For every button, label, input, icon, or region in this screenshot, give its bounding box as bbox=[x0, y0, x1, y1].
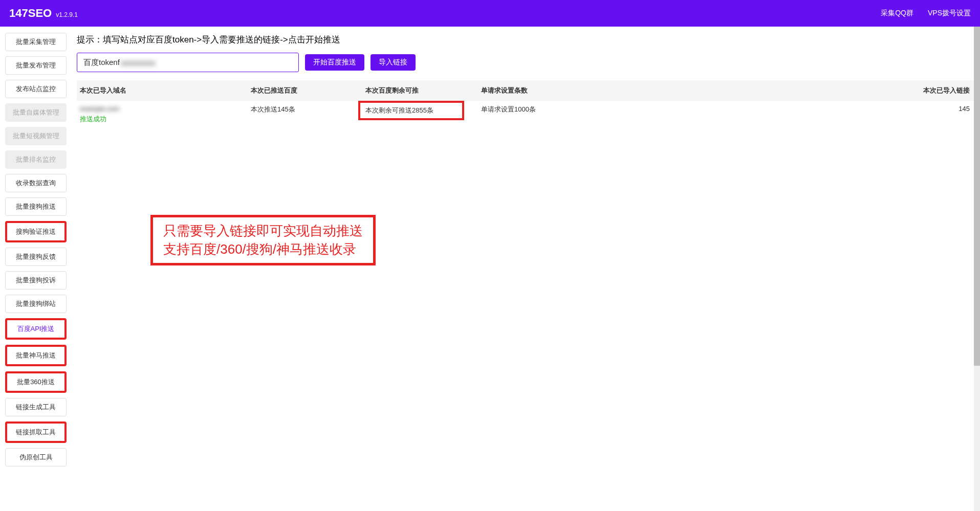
sidebar-item-label: 批量搜狗反馈 bbox=[16, 252, 56, 261]
sidebar-item-label: 发布站点监控 bbox=[16, 84, 56, 94]
cell-single: 单请求设置1000条 bbox=[481, 105, 716, 114]
sidebar-item-label: 链接生成工具 bbox=[16, 403, 56, 412]
app-title: 147SEO bbox=[9, 7, 52, 20]
cell-pushed: 本次推送145条 bbox=[251, 105, 365, 114]
sidebar-item-17[interactable]: 伪原创工具 bbox=[5, 448, 67, 466]
col-header-pushed: 本次已推送百度 bbox=[251, 86, 365, 95]
sidebar-item-label: 批量短视频管理 bbox=[13, 131, 59, 141]
scrollbar-thumb[interactable] bbox=[974, 27, 980, 366]
sidebar-item-label: 批量排名监控 bbox=[16, 155, 56, 164]
sidebar-item-4: 批量短视频管理 bbox=[5, 127, 67, 145]
sidebar-item-13[interactable]: 批量神马推送 bbox=[5, 345, 67, 366]
table-row: example.com 推送成功 本次推送145条 本次剩余可推送2855条 单… bbox=[77, 101, 980, 124]
col-header-single: 单请求设置条数 bbox=[481, 86, 716, 95]
sidebar-item-label: 百度API推送 bbox=[17, 324, 55, 334]
sidebar-item-9[interactable]: 批量搜狗反馈 bbox=[5, 248, 67, 266]
sidebar: 批量采集管理批量发布管理发布站点监控批量自媒体管理批量短视频管理批量排名监控收录… bbox=[0, 27, 72, 511]
sidebar-item-label: 链接抓取工具 bbox=[16, 428, 56, 437]
header-left: 147SEO v1.2.9.1 bbox=[9, 7, 78, 20]
sidebar-item-8[interactable]: 搜狗验证推送 bbox=[5, 221, 67, 242]
sidebar-item-3: 批量自媒体管理 bbox=[5, 103, 67, 122]
result-table: 本次已导入域名 本次已推送百度 本次百度剩余可推 单请求设置条数 本次已导入链接… bbox=[77, 80, 980, 124]
sidebar-item-label: 批量自媒体管理 bbox=[13, 108, 59, 117]
hint-text: 提示：填写站点对应百度token->导入需要推送的链接->点击开始推送 bbox=[77, 34, 980, 46]
annotation-overlay: 只需要导入链接即可实现自动推送 支持百度/360/搜狗/神马推送收录 bbox=[150, 215, 376, 265]
sidebar-item-16[interactable]: 链接抓取工具 bbox=[5, 421, 67, 443]
scrollbar[interactable] bbox=[974, 27, 980, 511]
col-header-domain: 本次已导入域名 bbox=[77, 86, 251, 95]
header-right: 采集QQ群 VPS拨号设置 bbox=[881, 9, 971, 18]
remain-highlight: 本次剩余可推送2855条 bbox=[358, 101, 464, 120]
token-prefix-label: 百度tokenf bbox=[83, 58, 120, 68]
cell-domain: example.com 推送成功 bbox=[77, 105, 251, 124]
col-header-imported: 本次已导入链接 bbox=[716, 86, 980, 95]
sidebar-item-label: 批量360推送 bbox=[17, 377, 55, 387]
app-header: 147SEO v1.2.9.1 采集QQ群 VPS拨号设置 bbox=[0, 0, 980, 27]
token-blurred: xxxxxxxxx bbox=[121, 58, 156, 67]
table-header-row: 本次已导入域名 本次已推送百度 本次百度剩余可推 单请求设置条数 本次已导入链接 bbox=[77, 80, 980, 101]
annotation-line-2: 支持百度/360/搜狗/神马推送收录 bbox=[163, 240, 363, 258]
sidebar-item-14[interactable]: 批量360推送 bbox=[5, 371, 67, 393]
sidebar-item-label: 收录数据查询 bbox=[16, 179, 56, 188]
import-links-button[interactable]: 导入链接 bbox=[371, 54, 416, 71]
sidebar-item-label: 批量搜狗绑站 bbox=[16, 299, 56, 308]
qq-group-link[interactable]: 采集QQ群 bbox=[881, 9, 913, 18]
start-push-button[interactable]: 开始百度推送 bbox=[305, 54, 364, 71]
vps-settings-link[interactable]: VPS拨号设置 bbox=[928, 9, 971, 18]
sidebar-item-label: 批量搜狗投诉 bbox=[16, 276, 56, 285]
main-content: 提示：填写站点对应百度token->导入需要推送的链接->点击开始推送 百度to… bbox=[72, 27, 980, 511]
cell-remain: 本次剩余可推送2855条 bbox=[365, 105, 481, 120]
app-version: v1.2.9.1 bbox=[56, 11, 78, 18]
layout: 批量采集管理批量发布管理发布站点监控批量自媒体管理批量短视频管理批量排名监控收录… bbox=[0, 27, 980, 511]
sidebar-item-label: 批量发布管理 bbox=[16, 61, 56, 70]
sidebar-item-label: 批量神马推送 bbox=[16, 351, 56, 360]
sidebar-item-label: 搜狗验证推送 bbox=[16, 227, 56, 236]
sidebar-item-15[interactable]: 链接生成工具 bbox=[5, 398, 67, 416]
sidebar-item-1[interactable]: 批量发布管理 bbox=[5, 56, 67, 75]
controls-row: 百度tokenf xxxxxxxxx 开始百度推送 导入链接 bbox=[77, 53, 980, 72]
sidebar-item-11[interactable]: 批量搜狗绑站 bbox=[5, 295, 67, 313]
col-header-remain: 本次百度剩余可推 bbox=[365, 86, 481, 95]
sidebar-item-0[interactable]: 批量采集管理 bbox=[5, 33, 67, 51]
sidebar-item-6[interactable]: 收录数据查询 bbox=[5, 174, 67, 192]
annotation-line-1: 只需要导入链接即可实现自动推送 bbox=[163, 221, 363, 240]
cell-imported: 145 bbox=[716, 105, 980, 113]
sidebar-item-label: 批量采集管理 bbox=[16, 37, 56, 47]
sidebar-item-7[interactable]: 批量搜狗推送 bbox=[5, 197, 67, 216]
sidebar-item-label: 批量搜狗推送 bbox=[16, 202, 56, 211]
sidebar-item-10[interactable]: 批量搜狗投诉 bbox=[5, 271, 67, 290]
success-label: 推送成功 bbox=[80, 115, 251, 124]
sidebar-item-5: 批量排名监控 bbox=[5, 150, 67, 169]
domain-label: example.com bbox=[80, 105, 251, 113]
sidebar-item-2[interactable]: 发布站点监控 bbox=[5, 80, 67, 98]
sidebar-item-12[interactable]: 百度API推送 bbox=[5, 318, 67, 340]
sidebar-item-label: 伪原创工具 bbox=[19, 453, 53, 462]
baidu-token-input[interactable]: 百度tokenf xxxxxxxxx bbox=[77, 53, 299, 72]
